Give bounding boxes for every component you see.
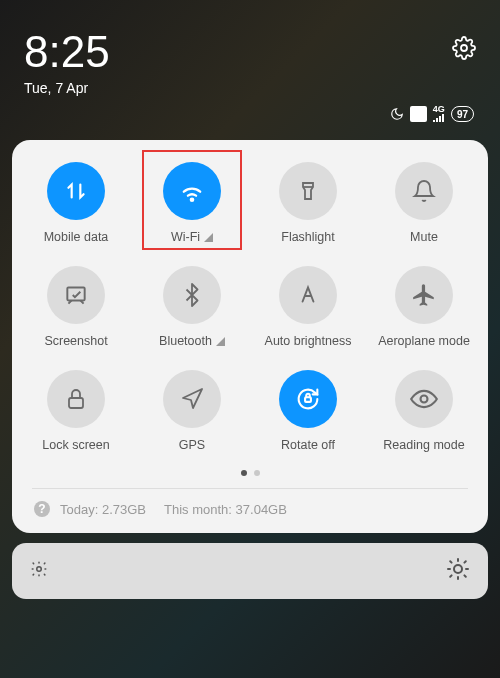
dnd-moon-icon — [390, 107, 404, 121]
tile-rotate-off[interactable]: Rotate off — [250, 370, 366, 452]
svg-point-5 — [421, 396, 428, 403]
rotate-lock-icon — [279, 370, 337, 428]
battery-indicator: 97 — [451, 106, 474, 122]
tile-label: Aeroplane mode — [378, 334, 470, 348]
usage-today: Today: 2.73GB — [60, 502, 146, 517]
tile-reading-mode[interactable]: Reading mode — [366, 370, 482, 452]
gps-navigation-icon — [163, 370, 221, 428]
tile-label: Lock screen — [42, 438, 109, 452]
airplane-icon — [395, 266, 453, 324]
page-indicator — [18, 470, 482, 476]
tile-label: Rotate off — [281, 438, 335, 452]
tile-label: Mute — [410, 230, 438, 244]
signal-indicator-icon — [216, 337, 225, 346]
brightness-slider[interactable] — [12, 543, 488, 599]
tile-screenshot[interactable]: Screenshot — [18, 266, 134, 348]
lock-icon — [47, 370, 105, 428]
settings-icon[interactable] — [452, 36, 476, 64]
svg-point-7 — [454, 565, 462, 573]
svg-point-6 — [37, 567, 42, 572]
tile-label: Flashlight — [281, 230, 335, 244]
brightness-low-icon — [30, 560, 48, 582]
tile-lock-screen[interactable]: Lock screen — [18, 370, 134, 452]
brightness-high-icon — [446, 557, 470, 585]
tile-aeroplane-mode[interactable]: Aeroplane mode — [366, 266, 482, 348]
screenshot-icon — [47, 266, 105, 324]
tile-label: Auto brightness — [265, 334, 352, 348]
svg-point-1 — [191, 199, 193, 201]
notification-header: 8:25 Tue, 7 Apr VoLTE 4G 97 — [0, 0, 500, 132]
status-bar: VoLTE 4G 97 — [24, 106, 476, 122]
bluetooth-icon — [163, 266, 221, 324]
tile-label: Reading mode — [383, 438, 464, 452]
tile-label: Screenshot — [44, 334, 107, 348]
data-usage-row[interactable]: ? Today: 2.73GB This month: 37.04GB — [18, 489, 482, 523]
svg-rect-3 — [69, 398, 83, 408]
tile-flashlight[interactable]: Flashlight — [250, 162, 366, 244]
clock-date: Tue, 7 Apr — [24, 80, 110, 96]
svg-rect-2 — [67, 287, 84, 300]
tile-label: Bluetooth — [159, 334, 225, 348]
wifi-icon — [163, 162, 221, 220]
clock-time: 8:25 — [24, 30, 110, 74]
tile-gps[interactable]: GPS — [134, 370, 250, 452]
flashlight-icon — [279, 162, 337, 220]
svg-point-0 — [461, 45, 467, 51]
info-icon: ? — [34, 501, 50, 517]
tile-label: Wi-Fi — [171, 230, 213, 244]
tile-auto-brightness[interactable]: Auto brightness — [250, 266, 366, 348]
tile-mobile-data[interactable]: Mobile data — [18, 162, 134, 244]
tile-label: GPS — [179, 438, 205, 452]
tile-bluetooth[interactable]: Bluetooth — [134, 266, 250, 348]
auto-brightness-icon — [279, 266, 337, 324]
mute-bell-icon — [395, 162, 453, 220]
signal-indicator-icon — [204, 233, 213, 242]
quick-settings-panel: Mobile data Wi-Fi Flashlight Mute — [12, 140, 488, 533]
volte-icon: VoLTE — [410, 106, 427, 122]
usage-month: This month: 37.04GB — [164, 502, 287, 517]
mobile-data-icon — [47, 162, 105, 220]
tile-mute[interactable]: Mute — [366, 162, 482, 244]
tile-wifi[interactable]: Wi-Fi — [134, 162, 250, 244]
signal-4g-icon: 4G — [433, 106, 445, 121]
tile-label: Mobile data — [44, 230, 109, 244]
reading-eye-icon — [395, 370, 453, 428]
